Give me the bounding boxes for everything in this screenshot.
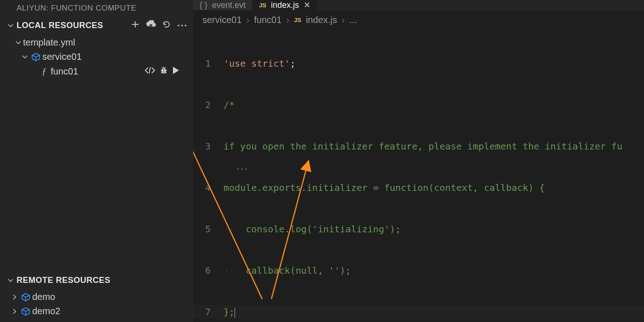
breadcrumbs[interactable]: service01 › func01 › JS index.js › ... <box>193 10 644 28</box>
remote-tree: demo demo2 <box>0 288 193 322</box>
function-icon: ƒ <box>38 66 51 77</box>
bug-icon[interactable] <box>159 66 168 77</box>
local-tree: template.yml service01 ƒ func01 <box>0 34 193 88</box>
code-icon[interactable] <box>144 66 155 77</box>
chevron-right-icon: › <box>342 15 345 25</box>
line-number: 2 <box>193 98 224 112</box>
tab-label: index.js <box>271 0 299 10</box>
tab-label: event.evt <box>212 0 246 10</box>
line-number: 1 <box>193 57 224 70</box>
section-label: LOCAL RESOURCES <box>17 21 131 30</box>
fold-dots-icon: ••• <box>236 162 248 176</box>
chevron-right-icon <box>10 294 19 300</box>
cube-icon <box>19 293 32 302</box>
breadcrumb-item[interactable]: ... <box>349 15 357 25</box>
js-icon: JS <box>259 2 266 9</box>
chevron-down-icon <box>20 54 29 60</box>
js-icon: JS <box>294 17 301 23</box>
tab-index[interactable]: JS index.js ✕ <box>253 0 317 10</box>
cloud-upload-icon[interactable] <box>146 20 156 31</box>
breadcrumb-item[interactable]: index.js <box>306 15 337 25</box>
section-label: REMOTE RESOURCES <box>17 276 188 285</box>
tree-item-label: template.yml <box>23 37 188 48</box>
tree-item-label: func01 <box>51 66 144 77</box>
panel-title: ALIYUN: FUNCTION COMPUTE <box>0 0 193 17</box>
breadcrumb-item[interactable]: service01 <box>202 15 242 25</box>
refresh-icon[interactable] <box>162 20 171 31</box>
tree-item-label: service01 <box>42 52 188 62</box>
editor-area: { } event.evt JS index.js ✕ service01 › … <box>193 0 644 322</box>
cube-icon <box>19 307 32 316</box>
local-resources-header[interactable]: LOCAL RESOURCES ··· <box>0 17 193 34</box>
chevron-down-icon <box>6 23 15 29</box>
code-editor[interactable]: 1'use strict'; 2/* 3if you open the init… <box>193 28 644 322</box>
remote-resources-header[interactable]: REMOTE RESOURCES <box>0 273 193 288</box>
tree-row-template[interactable]: template.yml <box>0 35 193 50</box>
line-number: 7 <box>193 305 224 319</box>
editor-tabs: { } event.evt JS index.js ✕ <box>193 0 644 10</box>
cube-icon <box>29 52 42 62</box>
chevron-right-icon: › <box>286 15 289 25</box>
close-icon[interactable]: ✕ <box>304 0 310 10</box>
play-icon[interactable] <box>172 66 179 77</box>
line-number: 4 <box>193 181 224 195</box>
tab-event[interactable]: { } event.evt <box>193 0 253 10</box>
chevron-right-icon: › <box>247 15 250 25</box>
tree-item-label: demo2 <box>32 306 188 316</box>
line-number: 6 <box>193 264 224 277</box>
more-icon[interactable]: ··· <box>177 20 188 31</box>
chevron-right-icon <box>10 309 19 314</box>
tree-row-remote[interactable]: demo <box>0 290 193 304</box>
tree-row-func[interactable]: ƒ func01 <box>0 64 193 79</box>
braces-icon: { } <box>200 0 207 10</box>
chevron-down-icon <box>14 40 23 46</box>
line-number: 3 <box>193 139 224 153</box>
add-icon[interactable] <box>131 20 139 31</box>
tree-row-remote[interactable]: demo2 <box>0 304 193 318</box>
line-number: 5 <box>193 222 224 236</box>
tree-row-service[interactable]: service01 <box>0 50 193 64</box>
sidebar: ALIYUN: FUNCTION COMPUTE LOCAL RESOURCES… <box>0 0 193 322</box>
breadcrumb-item[interactable]: func01 <box>254 15 282 25</box>
tree-item-label: demo <box>32 292 188 302</box>
chevron-down-icon <box>6 278 15 283</box>
